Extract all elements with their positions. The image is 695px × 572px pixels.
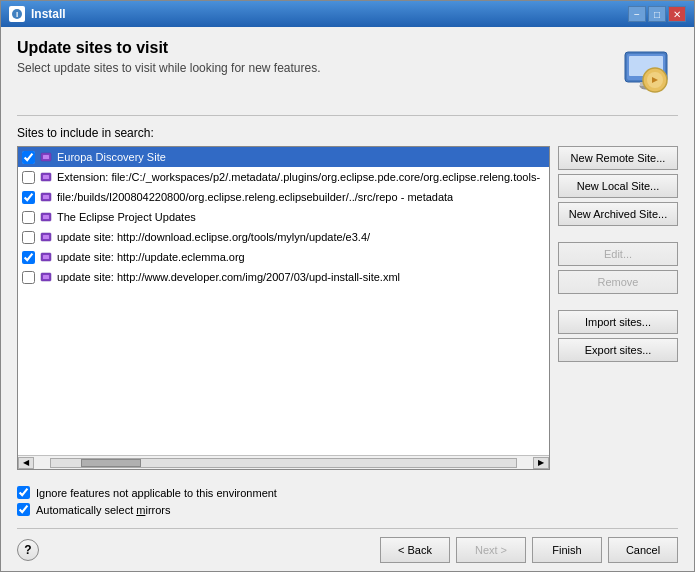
horizontal-scrollbar[interactable]: ◀ ▶ xyxy=(18,455,549,469)
header-separator xyxy=(17,115,678,116)
close-button[interactable]: ✕ xyxy=(668,6,686,22)
window-title: Install xyxy=(31,7,628,21)
ignore-features-label: Ignore features not applicable to this e… xyxy=(36,487,277,499)
dialog-footer: ? < Back Next > Finish Cancel xyxy=(17,528,678,563)
list-item[interactable]: update site: http://download.eclipse.org… xyxy=(18,227,549,247)
page-title: Update sites to visit xyxy=(17,39,614,57)
titlebar: I Install − □ ✕ xyxy=(1,1,694,27)
window-icon: I xyxy=(9,6,25,22)
main-content: Update sites to visit Select update site… xyxy=(1,27,694,571)
plugin-icon xyxy=(39,210,53,224)
options-section: Ignore features not applicable to this e… xyxy=(17,480,678,520)
auto-select-mirrors-checkbox[interactable] xyxy=(17,503,30,516)
footer-right: < Back Next > Finish Cancel xyxy=(380,537,678,563)
list-item[interactable]: The Eclipse Project Updates xyxy=(18,207,549,227)
scroll-thumb[interactable] xyxy=(81,459,141,467)
edit-button[interactable]: Edit... xyxy=(558,242,678,266)
maximize-button[interactable]: □ xyxy=(648,6,666,22)
scroll-right-button[interactable]: ▶ xyxy=(533,457,549,469)
header: Update sites to visit Select update site… xyxy=(17,39,678,103)
finish-button[interactable]: Finish xyxy=(532,537,602,563)
section-label: Sites to include in search: xyxy=(17,126,678,140)
site-label: Extension: file:/C:/_workspaces/p2/.meta… xyxy=(57,171,540,183)
site-checkbox-1[interactable] xyxy=(22,171,35,184)
new-archived-button[interactable]: New Archived Site... xyxy=(558,202,678,226)
sites-container: Europa Discovery Site Extension: file:/C… xyxy=(17,146,678,470)
site-label: file:/builds/I200804220800/org.eclipse.r… xyxy=(57,191,453,203)
sites-action-buttons: New Remote Site... New Local Site... New… xyxy=(558,146,678,470)
plugin-icon xyxy=(39,150,53,164)
ignore-features-checkbox[interactable] xyxy=(17,486,30,499)
button-spacer-1 xyxy=(558,230,678,238)
list-item[interactable]: Extension: file:/C:/_workspaces/p2/.meta… xyxy=(18,167,549,187)
svg-rect-22 xyxy=(43,275,49,279)
auto-select-mirrors-label: Automatically select mirrors xyxy=(36,504,171,516)
cancel-button[interactable]: Cancel xyxy=(608,537,678,563)
mirrors-underline: m xyxy=(136,504,145,516)
sites-list-wrapper: Europa Discovery Site Extension: file:/C… xyxy=(17,146,550,470)
site-label: Europa Discovery Site xyxy=(57,151,166,163)
plugin-icon xyxy=(39,250,53,264)
ignore-features-row: Ignore features not applicable to this e… xyxy=(17,486,678,499)
plugin-icon xyxy=(39,270,53,284)
list-item[interactable]: Europa Discovery Site xyxy=(18,147,549,167)
svg-rect-10 xyxy=(43,155,49,159)
new-local-button[interactable]: New Local Site... xyxy=(558,174,678,198)
site-label: update site: http://www.developer.com/im… xyxy=(57,271,400,283)
export-button[interactable]: Export sites... xyxy=(558,338,678,362)
site-checkbox-0[interactable] xyxy=(22,151,35,164)
site-label: update site: http://download.eclipse.org… xyxy=(57,231,370,243)
install-window: I Install − □ ✕ Update sites to visit Se… xyxy=(0,0,695,572)
footer-left: ? xyxy=(17,539,39,561)
header-icon xyxy=(614,39,678,103)
scroll-left-button[interactable]: ◀ xyxy=(18,457,34,469)
svg-rect-12 xyxy=(43,175,49,179)
svg-text:I: I xyxy=(16,10,18,19)
list-item[interactable]: file:/builds/I200804220800/org.eclipse.r… xyxy=(18,187,549,207)
site-checkbox-6[interactable] xyxy=(22,271,35,284)
list-item[interactable]: update site: http://update.eclemma.org xyxy=(18,247,549,267)
next-button[interactable]: Next > xyxy=(456,537,526,563)
site-label: update site: http://update.eclemma.org xyxy=(57,251,245,263)
button-spacer-2 xyxy=(558,298,678,306)
svg-rect-20 xyxy=(43,255,49,259)
back-button[interactable]: < Back xyxy=(380,537,450,563)
new-remote-button[interactable]: New Remote Site... xyxy=(558,146,678,170)
plugin-icon xyxy=(39,170,53,184)
site-checkbox-2[interactable] xyxy=(22,191,35,204)
auto-select-mirrors-row: Automatically select mirrors xyxy=(17,503,678,516)
site-label: The Eclipse Project Updates xyxy=(57,211,196,223)
import-button[interactable]: Import sites... xyxy=(558,310,678,334)
site-checkbox-4[interactable] xyxy=(22,231,35,244)
header-text: Update sites to visit Select update site… xyxy=(17,39,614,75)
list-item[interactable]: update site: http://www.developer.com/im… xyxy=(18,267,549,287)
svg-rect-18 xyxy=(43,235,49,239)
minimize-button[interactable]: − xyxy=(628,6,646,22)
plugin-icon xyxy=(39,230,53,244)
svg-rect-16 xyxy=(43,215,49,219)
svg-rect-14 xyxy=(43,195,49,199)
help-button[interactable]: ? xyxy=(17,539,39,561)
plugin-icon xyxy=(39,190,53,204)
window-controls: − □ ✕ xyxy=(628,6,686,22)
site-checkbox-3[interactable] xyxy=(22,211,35,224)
scroll-track[interactable] xyxy=(50,458,517,468)
sites-list[interactable]: Europa Discovery Site Extension: file:/C… xyxy=(18,147,549,455)
remove-button[interactable]: Remove xyxy=(558,270,678,294)
site-checkbox-5[interactable] xyxy=(22,251,35,264)
page-subtitle: Select update sites to visit while looki… xyxy=(17,61,614,75)
